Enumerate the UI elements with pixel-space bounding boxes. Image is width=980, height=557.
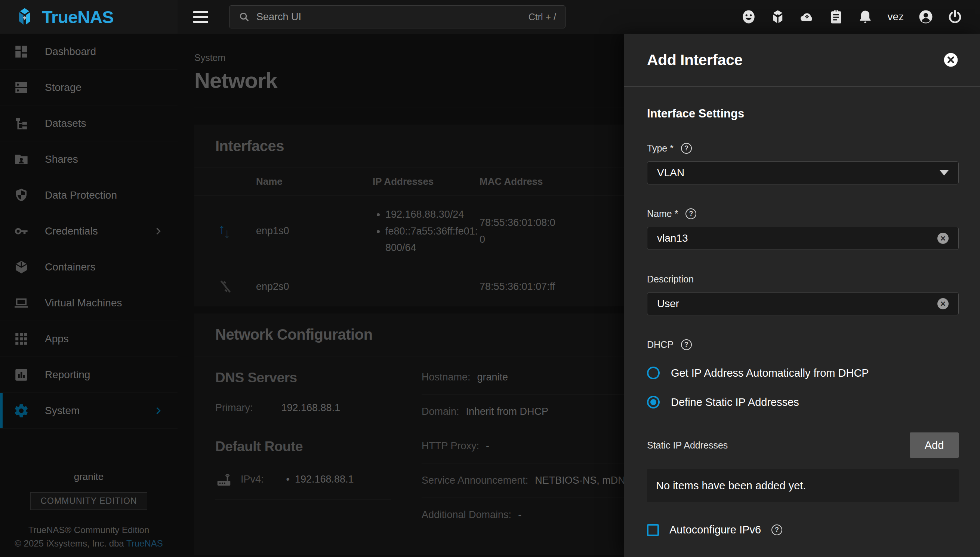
autoconfigure-ipv6-row[interactable]: Autoconfigure IPv6 ? xyxy=(647,524,959,536)
truenas-logo-icon xyxy=(14,7,35,27)
static-ip-label: Static IP Addresses xyxy=(647,440,728,451)
menu-toggle-icon[interactable] xyxy=(193,11,208,23)
radio-unchecked-icon[interactable] xyxy=(647,366,660,379)
description-input[interactable]: User ✕ xyxy=(647,292,959,315)
help-icon[interactable]: ? xyxy=(681,143,692,154)
add-static-ip-button[interactable]: Add xyxy=(910,432,959,458)
search-shortcut: Ctrl + / xyxy=(529,11,556,23)
chevron-down-icon xyxy=(939,170,949,176)
type-field-label: Type * ? xyxy=(647,143,959,154)
help-icon[interactable]: ? xyxy=(681,339,692,350)
search-placeholder: Search UI xyxy=(256,11,522,23)
checkbox-unchecked-icon[interactable] xyxy=(647,524,659,536)
search-icon xyxy=(239,11,250,23)
static-ip-section-header: Static IP Addresses Add xyxy=(647,432,959,458)
dhcp-radio-option[interactable]: Get IP Address Automatically from DHCP xyxy=(647,366,959,379)
clear-input-icon[interactable]: ✕ xyxy=(938,298,949,309)
panel-title: Add Interface xyxy=(647,51,743,69)
jobs-clipboard-icon[interactable] xyxy=(828,9,844,25)
static-ip-radio-option[interactable]: Define Static IP Addresses xyxy=(647,396,959,409)
brand[interactable]: TrueNAS xyxy=(0,0,177,34)
help-icon[interactable]: ? xyxy=(771,524,782,535)
truenas-app: TrueNAS Search UI Ctrl + / xyxy=(0,0,980,557)
username-label[interactable]: vez xyxy=(887,11,904,23)
static-ip-empty-state: No items have been added yet. xyxy=(647,469,959,502)
topbar-actions: vez xyxy=(741,9,980,25)
interface-settings-heading: Interface Settings xyxy=(647,107,959,121)
global-search[interactable]: Search UI Ctrl + / xyxy=(229,5,566,28)
radio-checked-icon[interactable] xyxy=(647,396,660,409)
dhcp-field-label: DHCP ? xyxy=(647,339,959,350)
name-field-label: Name * ? xyxy=(647,208,959,219)
description-field-label: Description xyxy=(647,274,959,285)
add-interface-panel: Add Interface Interface Settings Type * … xyxy=(624,34,980,557)
brand-title: TrueNAS xyxy=(42,7,114,27)
panel-header: Add Interface xyxy=(624,34,980,87)
name-input[interactable]: vlan13 ✕ xyxy=(647,227,959,250)
type-select[interactable]: VLAN xyxy=(647,161,959,184)
alerts-bell-icon[interactable] xyxy=(857,9,873,25)
truenas-enterprise-icon[interactable] xyxy=(770,9,786,25)
topbar: TrueNAS Search UI Ctrl + / xyxy=(0,0,980,34)
panel-body: Interface Settings Type * ? VLAN Name * … xyxy=(624,107,980,536)
clear-input-icon[interactable]: ✕ xyxy=(938,233,949,244)
power-icon[interactable] xyxy=(947,9,963,25)
help-icon[interactable]: ? xyxy=(685,208,696,219)
close-icon[interactable] xyxy=(943,52,958,67)
user-avatar-icon[interactable] xyxy=(918,9,934,25)
feedback-smiley-icon[interactable] xyxy=(741,9,756,25)
cloud-status-icon[interactable] xyxy=(799,9,815,25)
